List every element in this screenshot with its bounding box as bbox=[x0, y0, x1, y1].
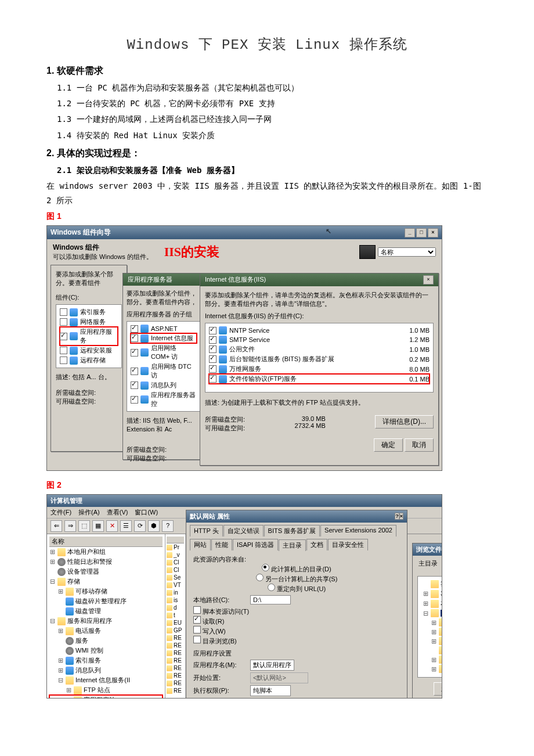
browse-tree-node[interactable]: ⊞本地磁盘 (C:) bbox=[420, 599, 442, 609]
list-item[interactable]: _v bbox=[167, 551, 184, 559]
list-item[interactable]: RE bbox=[167, 687, 184, 694]
tree-node[interactable]: ⊞可移动存储 bbox=[49, 586, 163, 596]
checkbox[interactable] bbox=[131, 368, 138, 375]
list-item[interactable]: 启用网络 DTC 访 bbox=[131, 362, 197, 380]
browse-tree-node[interactable]: ⊟RHEL_5.4 i386 DV (D:) bbox=[420, 609, 442, 618]
tab-ext[interactable]: Server Extensions 2002 bbox=[320, 525, 396, 537]
browse-tree-node[interactable]: ⊞images bbox=[420, 636, 442, 646]
checkbox[interactable] bbox=[131, 334, 138, 342]
fwd-button[interactable]: ⇒ bbox=[64, 520, 76, 532]
path-input[interactable]: D:\ bbox=[250, 595, 291, 604]
tree-node[interactable]: ⊞FTP 站点 bbox=[49, 685, 163, 695]
tab-errors[interactable]: 自定义错误 bbox=[223, 525, 264, 537]
cb-script[interactable] bbox=[193, 606, 201, 614]
up-button[interactable]: ⬚ bbox=[78, 520, 90, 532]
browse-tree-node[interactable]: ⊞3.5 软盘 (A:) bbox=[420, 589, 442, 599]
cancel-button[interactable]: 取消 bbox=[405, 438, 434, 452]
tab-isapi[interactable]: ISAPI 筛选器 bbox=[233, 539, 278, 550]
checkbox[interactable] bbox=[131, 349, 138, 357]
tree-node[interactable]: ⊟Internet 信息服务(II bbox=[49, 675, 163, 685]
list-item[interactable]: Cl bbox=[167, 559, 184, 566]
maximize-button[interactable]: □ bbox=[416, 228, 427, 237]
checkbox[interactable] bbox=[60, 357, 67, 364]
checkbox[interactable] bbox=[209, 355, 217, 363]
tree-node[interactable]: ⊟存储 bbox=[49, 577, 163, 586]
prop-close[interactable]: × bbox=[399, 513, 403, 520]
menu-view[interactable]: 查看(V) bbox=[107, 508, 128, 517]
pane3-close[interactable]: × bbox=[423, 275, 434, 285]
checkbox[interactable] bbox=[131, 396, 138, 404]
checkbox[interactable] bbox=[209, 336, 217, 344]
browse-tree-node[interactable]: ⊞Cluster bbox=[420, 618, 442, 627]
list-item[interactable]: ASP.NET bbox=[131, 324, 197, 333]
list-item[interactable]: d bbox=[167, 604, 184, 611]
new-folder-button[interactable]: 新建文件夹(M) bbox=[434, 682, 442, 696]
close-button[interactable]: × bbox=[428, 228, 438, 237]
tab-security[interactable]: 目录安全性 bbox=[328, 539, 368, 550]
list-item[interactable]: 索引服务 bbox=[60, 307, 118, 317]
browse-tree-node[interactable]: ⊞ClusterStorage bbox=[420, 627, 442, 636]
t5[interactable]: ☰ bbox=[120, 520, 132, 532]
cb-browse[interactable] bbox=[193, 636, 201, 643]
list-item[interactable]: 启用网络 COM+ 访 bbox=[131, 343, 197, 362]
tree-node[interactable]: 磁盘管理 bbox=[49, 606, 163, 616]
browse-tree[interactable]: 我的电脑⊞3.5 软盘 (A:)⊞本地磁盘 (C:)⊟RHEL_5.4 i386… bbox=[417, 576, 442, 678]
ok-button[interactable]: 确定 bbox=[374, 438, 403, 452]
list-item[interactable]: RE bbox=[167, 657, 184, 664]
t7[interactable]: ⬢ bbox=[148, 520, 160, 532]
checkbox[interactable] bbox=[60, 347, 67, 354]
browse-tree-node[interactable]: isolinux bbox=[420, 646, 442, 655]
tab-http[interactable]: HTTP 头 bbox=[190, 525, 223, 537]
mmc-tree[interactable]: 名称 ⊞本地用户和组⊞性能日志和警报设备管理器⊟存储⊞可移动存储磁盘碎片整理程序… bbox=[47, 534, 165, 699]
detail-button[interactable]: 详细信息(D)... bbox=[375, 415, 434, 429]
tree-node[interactable]: ⊞索引服务 bbox=[49, 656, 163, 665]
cb-read[interactable] bbox=[193, 616, 201, 624]
checkbox[interactable] bbox=[209, 375, 217, 383]
minimize-button[interactable]: _ bbox=[405, 228, 415, 237]
list-item[interactable]: 万维网服务8.0 MB bbox=[209, 364, 430, 374]
list-item[interactable]: is bbox=[167, 596, 184, 604]
props-button[interactable]: ▦ bbox=[92, 520, 104, 532]
help-button[interactable]: ? bbox=[162, 520, 174, 532]
list-item[interactable]: RE bbox=[167, 664, 184, 672]
list-item[interactable]: 文件传输协议(FTP)服务0.1 MB bbox=[209, 374, 430, 384]
checkbox[interactable] bbox=[131, 381, 138, 389]
pool-select[interactable]: DefaultAppPo bbox=[250, 698, 295, 699]
list-item[interactable]: 应用程序服务 bbox=[60, 327, 118, 345]
browse-tree-node[interactable]: ⊞VT bbox=[420, 664, 442, 674]
list-item[interactable]: 远程存储 bbox=[60, 355, 118, 365]
menu-file[interactable]: 文件(F) bbox=[50, 508, 71, 517]
checkbox[interactable] bbox=[60, 308, 67, 316]
radio-local[interactable] bbox=[262, 564, 269, 571]
tree-node[interactable]: 应用程序池 bbox=[49, 695, 163, 699]
list-item[interactable]: 公用文件1.0 MB bbox=[209, 344, 430, 354]
tab-bits[interactable]: BITS 服务器扩展 bbox=[264, 525, 320, 537]
menu-window[interactable]: 窗口(W) bbox=[135, 508, 158, 517]
tree-node[interactable]: ⊞本地用户和组 bbox=[49, 547, 163, 557]
list-item[interactable]: Pr bbox=[167, 543, 184, 551]
name-dropdown[interactable]: 名称 bbox=[378, 247, 436, 257]
checkbox[interactable] bbox=[60, 318, 67, 326]
tree-node[interactable]: ⊞消息队列 bbox=[49, 665, 163, 675]
tree-node[interactable]: 磁盘碎片整理程序 bbox=[49, 596, 163, 606]
tree-node[interactable]: WMI 控制 bbox=[49, 646, 163, 656]
list-item[interactable]: GP bbox=[167, 627, 184, 634]
list-item[interactable]: RE bbox=[167, 642, 184, 649]
list-item[interactable]: Cl bbox=[167, 566, 184, 574]
tab-site[interactable]: 网站 bbox=[190, 539, 211, 550]
prop-help[interactable]: ? bbox=[395, 513, 399, 520]
list-item[interactable]: RE bbox=[167, 672, 184, 679]
list-item[interactable]: NNTP Service1.0 MB bbox=[209, 326, 430, 335]
tree-node[interactable]: ⊞电话服务 bbox=[49, 626, 163, 636]
list-item[interactable]: 后台智能传送服务 (BITS) 服务器扩展0.2 MB bbox=[209, 354, 430, 364]
list-item[interactable]: in bbox=[167, 589, 184, 596]
tab-perf[interactable]: 性能 bbox=[211, 539, 232, 550]
cb-write[interactable] bbox=[193, 626, 201, 633]
list-item[interactable]: 远程安装服 bbox=[60, 345, 118, 355]
list-item[interactable]: 应用程序服务器控 bbox=[131, 390, 197, 409]
browse-tree-node[interactable]: 我的电脑 bbox=[420, 579, 442, 589]
delete-button[interactable]: ✕ bbox=[106, 520, 118, 532]
tree-node[interactable]: ⊟服务和应用程序 bbox=[49, 616, 163, 626]
menu-action[interactable]: 操作(A) bbox=[78, 508, 100, 517]
list-item[interactable]: 网络服务 bbox=[60, 317, 118, 327]
